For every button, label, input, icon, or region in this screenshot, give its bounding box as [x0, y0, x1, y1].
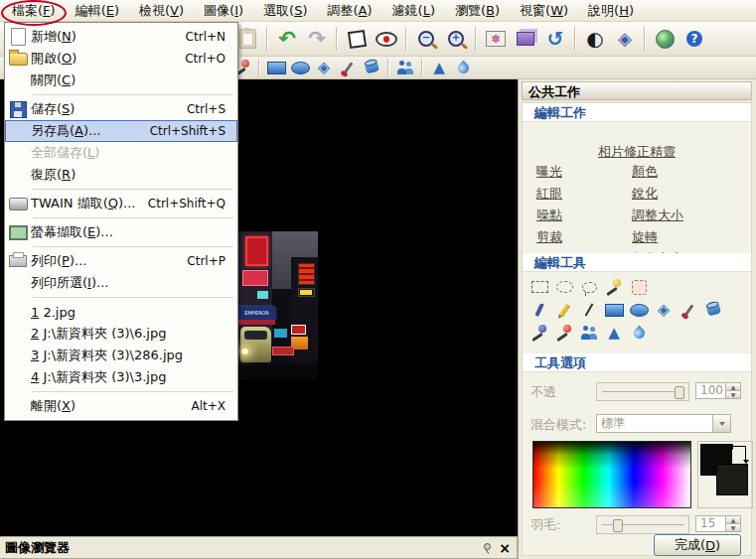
- spin-down-icon[interactable]: ▼: [726, 523, 740, 531]
- line-tool[interactable]: [578, 300, 600, 320]
- menu-item-recent-2[interactable]: 2 J:\新資料夾 (3)\6.jpg: [5, 323, 237, 345]
- retouch-red-tool[interactable]: [553, 323, 575, 343]
- link-exposure[interactable]: 曝光: [536, 163, 562, 181]
- link-red-eye[interactable]: 紅眼: [536, 185, 562, 203]
- clone-tool[interactable]: [578, 323, 600, 343]
- menu-file[interactable]: 檔案(F): [2, 0, 66, 22]
- crop-icon: [347, 29, 366, 48]
- photo-wizard-link[interactable]: 相片修正精靈: [598, 144, 676, 159]
- pen-tool[interactable]: [529, 300, 550, 320]
- browse-photos-button[interactable]: [511, 25, 540, 53]
- menu-adjust[interactable]: 調整(A): [318, 0, 382, 22]
- magic-wand-tool[interactable]: [603, 277, 625, 297]
- rect-shape-tool[interactable]: [264, 58, 288, 77]
- contrast-button[interactable]: ◐: [580, 25, 610, 53]
- toolbar-separator: [258, 59, 260, 76]
- done-button[interactable]: 完成(D): [654, 534, 741, 556]
- triangle-tool[interactable]: ▲: [427, 58, 451, 77]
- rect-shape-tool[interactable]: [603, 300, 625, 320]
- hand-tool[interactable]: [628, 277, 650, 297]
- feather-spin-buttons[interactable]: ▲▼: [725, 516, 740, 531]
- zoom-out-button[interactable]: −: [411, 25, 441, 53]
- menu-item-recent-4[interactable]: 4 J:\新資料夾 (3)\3.jpg: [5, 366, 237, 388]
- menu-filter[interactable]: 濾鏡(L): [382, 0, 445, 22]
- link-sharpen[interactable]: 銳化: [632, 185, 683, 203]
- spin-down-icon[interactable]: ▼: [726, 390, 740, 398]
- link-rotate[interactable]: 旋轉: [632, 228, 683, 246]
- menu-item-exit[interactable]: 離開(X) Alt+X: [5, 395, 237, 417]
- web-button[interactable]: [650, 25, 680, 53]
- help-button[interactable]: ?: [680, 25, 709, 53]
- photo-thumbnail[interactable]: EMPEROR: [238, 231, 318, 380]
- ellipse-shape-tool[interactable]: [628, 300, 650, 320]
- feather-slider[interactable]: [596, 515, 689, 534]
- link-color[interactable]: 顏色: [632, 163, 683, 181]
- opacity-slider-thumb[interactable]: [675, 386, 684, 399]
- photo-wizard-button[interactable]: [481, 25, 511, 53]
- diamond-shape-tool[interactable]: ◈: [312, 58, 336, 77]
- sharpen-button[interactable]: ◈: [610, 25, 640, 53]
- menu-item-recent-1[interactable]: 1 2.jpg: [5, 301, 237, 323]
- clone-tool[interactable]: [393, 58, 417, 77]
- menu-browse[interactable]: 瀏覽(B): [445, 0, 510, 22]
- background-color-swatch[interactable]: [716, 464, 748, 495]
- menu-item-new[interactable]: 新增(N) Ctrl+N: [5, 26, 237, 48]
- menu-item-save-as[interactable]: 另存爲(A)... Ctrl+Shift+S: [5, 120, 237, 142]
- menu-item-recent-3[interactable]: 3 J:\新資料夾 (3)\286.jpg: [5, 345, 237, 366]
- opacity-slider[interactable]: [596, 382, 689, 401]
- menu-edit[interactable]: 編輯(E): [66, 0, 129, 22]
- blend-mode-dropdown[interactable]: 標準: [596, 414, 731, 433]
- menu-select[interactable]: 選取(S): [253, 0, 317, 22]
- menu-item-revert[interactable]: 復原(R): [5, 164, 237, 186]
- menu-image[interactable]: 圖像(I): [194, 0, 253, 22]
- lasso-tool[interactable]: [578, 277, 600, 297]
- opacity-spin-buttons[interactable]: ▲▼: [725, 383, 740, 398]
- spin-up-icon[interactable]: ▲: [726, 383, 740, 390]
- undo-button[interactable]: ↶: [272, 25, 302, 53]
- color-swatch-area: [697, 441, 753, 508]
- zoom-in-button[interactable]: +: [441, 25, 471, 53]
- menu-window[interactable]: 視窗(W): [510, 0, 578, 22]
- color-picker[interactable]: [532, 441, 691, 508]
- select-ellipse-tool[interactable]: [553, 277, 575, 297]
- spin-up-icon[interactable]: ▲: [726, 516, 740, 523]
- pencil-tool[interactable]: [553, 300, 575, 320]
- pin-icon[interactable]: [481, 542, 493, 554]
- select-rect-tool[interactable]: [529, 277, 550, 297]
- dropdown-chevron-icon[interactable]: [712, 415, 730, 432]
- ellipse-shape-tool[interactable]: [288, 58, 312, 77]
- menu-item-print[interactable]: 列印(P)... Ctrl+P: [5, 250, 237, 272]
- menu-help[interactable]: 說明(H): [578, 0, 644, 22]
- menu-item-screen-capture[interactable]: 螢幕擷取(E)...: [5, 221, 237, 243]
- toolbar-separator: [266, 27, 268, 51]
- menu-item-close[interactable]: 關閉(C): [5, 70, 237, 91]
- paint-bucket-tool[interactable]: [702, 300, 724, 320]
- paint-bucket-tool[interactable]: [360, 58, 383, 77]
- red-eye-button[interactable]: [372, 25, 401, 53]
- droplet-tool[interactable]: [451, 58, 475, 77]
- feather-value: 15: [696, 516, 725, 531]
- toolbar-separator: [387, 59, 389, 76]
- link-resize[interactable]: 調整大小: [632, 207, 683, 224]
- opacity-spinner[interactable]: 100 ▲▼: [695, 382, 741, 399]
- rotate-button[interactable]: ↺: [540, 25, 570, 53]
- close-icon[interactable]: ×: [499, 541, 511, 555]
- eyedropper-tool[interactable]: [336, 58, 360, 77]
- menu-item-print-selected[interactable]: 列印所選(I)...: [5, 272, 237, 294]
- diamond-shape-tool[interactable]: ◈: [653, 300, 675, 320]
- link-crop[interactable]: 剪裁: [536, 228, 562, 246]
- crop-button[interactable]: [342, 25, 372, 53]
- menu-item-open[interactable]: 開啟(O) Ctrl+O: [5, 48, 237, 70]
- retouch-blue-tool[interactable]: [529, 323, 550, 343]
- triangle-tool[interactable]: ▲: [603, 323, 625, 343]
- menu-item-twain-acquire[interactable]: TWAIN 擷取(Q)... Ctrl+Shift+Q: [5, 193, 237, 214]
- droplet-tool[interactable]: [628, 323, 650, 343]
- eyedropper-tool[interactable]: [678, 300, 699, 320]
- redo-button[interactable]: ↷: [302, 25, 332, 53]
- menu-view[interactable]: 檢視(V): [129, 0, 194, 22]
- feather-slider-thumb[interactable]: [613, 519, 623, 532]
- menu-item-save[interactable]: 儲存(S) Ctrl+S: [5, 98, 237, 120]
- link-noise[interactable]: 噪點: [536, 207, 562, 224]
- feather-spinner[interactable]: 15 ▲▼: [695, 515, 741, 532]
- swap-colors-icon[interactable]: [732, 446, 746, 461]
